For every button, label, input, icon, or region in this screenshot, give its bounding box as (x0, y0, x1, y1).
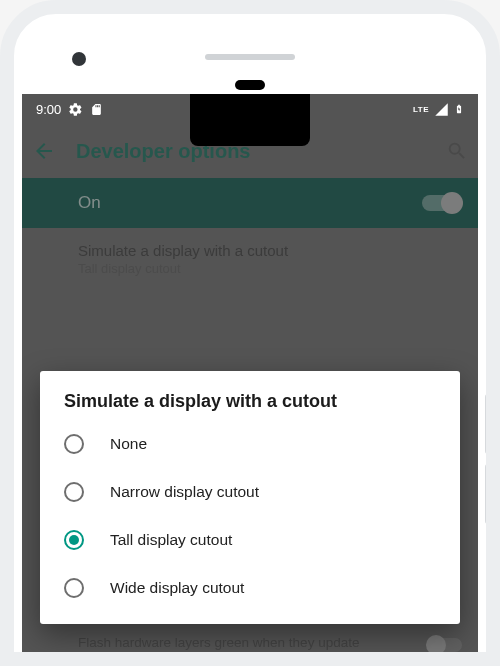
battery-icon (454, 101, 464, 117)
radio-label: None (110, 435, 147, 453)
phone-bezel-top (22, 22, 478, 94)
proximity-sensor (235, 80, 265, 90)
front-camera (72, 52, 86, 66)
lte-indicator: LTE (413, 105, 429, 114)
radio-icon (64, 434, 84, 454)
radio-option-tall[interactable]: Tall display cutout (40, 516, 460, 564)
device-screen: 9:00 LTE (22, 94, 478, 652)
radio-label: Tall display cutout (110, 531, 232, 549)
radio-icon (64, 482, 84, 502)
cutout-dialog: Simulate a display with a cutout None Na… (40, 371, 460, 624)
earpiece-speaker (205, 54, 295, 60)
volume-down-button (485, 464, 491, 524)
radio-label: Wide display cutout (110, 579, 244, 597)
radio-label: Narrow display cutout (110, 483, 259, 501)
signal-icon (434, 102, 449, 117)
radio-option-none[interactable]: None (40, 420, 460, 468)
status-clock: 9:00 (36, 102, 61, 117)
radio-icon (64, 578, 84, 598)
phone-frame: 9:00 LTE (0, 0, 500, 666)
volume-up-button (485, 394, 491, 454)
sd-card-icon (90, 102, 103, 117)
dialog-title: Simulate a display with a cutout (40, 391, 460, 420)
status-bar: 9:00 LTE (22, 94, 478, 124)
radio-icon-selected (64, 530, 84, 550)
settings-icon (68, 102, 83, 117)
radio-option-narrow[interactable]: Narrow display cutout (40, 468, 460, 516)
radio-option-wide[interactable]: Wide display cutout (40, 564, 460, 612)
